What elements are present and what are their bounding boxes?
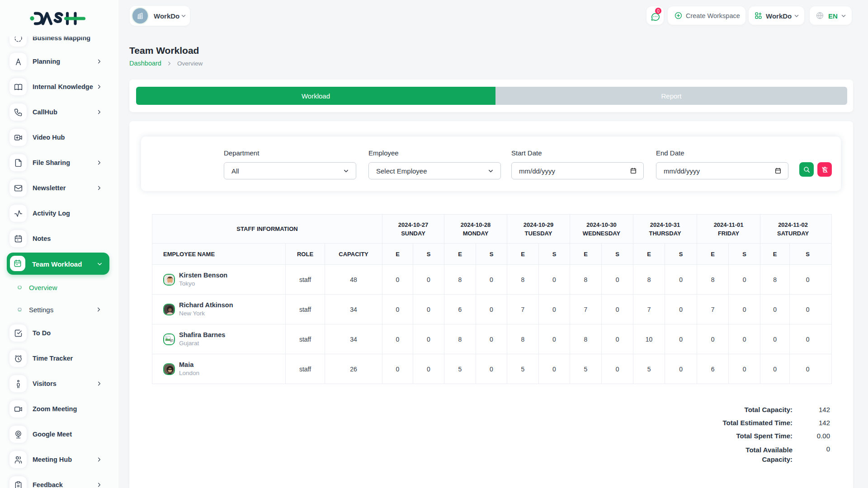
svg-text:in: in [170, 338, 174, 343]
